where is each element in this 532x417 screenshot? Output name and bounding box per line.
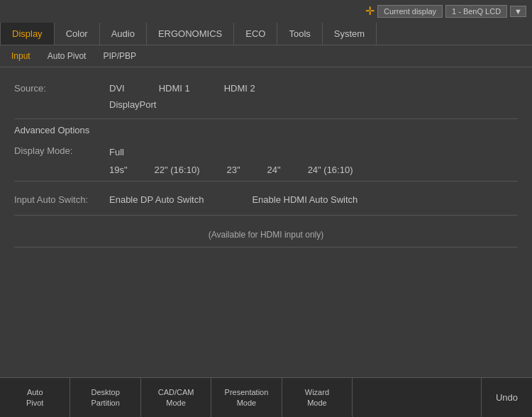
- advanced-section: Advanced Options Display Mode: Full 19s"…: [14, 119, 518, 184]
- sub-nav: Input Auto Pivot PIP/PBP: [0, 45, 532, 67]
- nav-item-ergonomics[interactable]: ERGONOMICS: [147, 23, 234, 45]
- source-hdmi2[interactable]: HDMI 2: [221, 82, 258, 95]
- bottom-desktop-partition[interactable]: Desktop Partition: [70, 378, 140, 417]
- nav-item-display[interactable]: Display: [0, 23, 55, 45]
- close-button[interactable]: ▼: [510, 6, 526, 17]
- display-mode-22[interactable]: 22" (16:10): [152, 163, 203, 177]
- move-icon[interactable]: ✛: [365, 4, 375, 18]
- source-displayport[interactable]: DisplayPort: [106, 98, 159, 111]
- current-display-value: 1 - BenQ LCD: [445, 5, 507, 18]
- enable-hdmi-auto-switch[interactable]: Enable HDMI Auto Switch: [249, 193, 360, 206]
- subnav-pip-pbp[interactable]: PIP/PBP: [100, 50, 139, 62]
- display-mode-23[interactable]: 23": [223, 163, 243, 177]
- source-row1: DVI HDMI 1 HDMI 2: [106, 82, 258, 95]
- bottom-spacer: [353, 378, 481, 417]
- hdmi-note: (Available for HDMI input only): [14, 216, 518, 248]
- top-bar: ✛ Current display 1 - BenQ LCD ▼: [360, 0, 532, 22]
- source-options: DVI HDMI 1 HDMI 2 DisplayPort: [106, 82, 518, 111]
- content-area: Source: DVI HDMI 1 HDMI 2 DisplayPort Ad…: [0, 67, 532, 255]
- bottom-bar: Auto Pivot Desktop Partition CAD/CAM Mod…: [0, 377, 532, 417]
- auto-switch-row: Input Auto Switch: Enable DP Auto Switch…: [14, 184, 518, 216]
- main-nav: Display Color Audio ERGONOMICS ECO Tools…: [0, 23, 532, 45]
- nav-item-eco[interactable]: ECO: [234, 23, 277, 45]
- source-options-list: DVI HDMI 1 HDMI 2 DisplayPort: [106, 82, 258, 111]
- display-mode-24[interactable]: 24": [265, 163, 284, 177]
- source-dvi[interactable]: DVI: [106, 82, 128, 95]
- enable-dp-auto-switch[interactable]: Enable DP Auto Switch: [106, 193, 206, 206]
- source-row2: DisplayPort: [106, 98, 258, 111]
- display-mode-19s[interactable]: 19s": [106, 163, 131, 177]
- display-mode-label: Display Mode:: [14, 145, 106, 156]
- subnav-auto-pivot[interactable]: Auto Pivot: [45, 50, 89, 62]
- bottom-wizard-mode[interactable]: Wizard Mode: [282, 378, 353, 417]
- source-hdmi1[interactable]: HDMI 1: [156, 82, 193, 95]
- subnav-input[interactable]: Input: [9, 50, 33, 62]
- undo-button[interactable]: Undo: [481, 378, 532, 417]
- auto-switch-label: Input Auto Switch:: [14, 194, 106, 205]
- current-display-label: Current display: [377, 5, 443, 18]
- nav-item-tools[interactable]: Tools: [277, 23, 322, 45]
- display-mode-sizes: 19s" 22" (16:10) 23" 24" 24" (16:10): [106, 163, 518, 177]
- display-mode-full: Full: [106, 145, 518, 159]
- display-mode-24-16-10[interactable]: 24" (16:10): [305, 163, 356, 177]
- source-row: Source: DVI HDMI 1 HDMI 2 DisplayPort: [14, 74, 518, 119]
- nav-item-audio[interactable]: Audio: [100, 23, 147, 45]
- bottom-cad-cam-mode[interactable]: CAD/CAM Mode: [141, 378, 211, 417]
- display-mode-row: Display Mode: Full 19s" 22" (16:10) 23" …: [14, 141, 518, 182]
- source-label: Source:: [14, 82, 106, 94]
- bottom-auto-pivot[interactable]: Auto Pivot: [0, 378, 70, 417]
- nav-item-color[interactable]: Color: [55, 23, 100, 45]
- auto-switch-options: Enable DP Auto Switch Enable HDMI Auto S…: [106, 193, 360, 206]
- display-mode-options: Full 19s" 22" (16:10) 23" 24" 24" (16:10…: [106, 145, 518, 177]
- display-mode-full-option[interactable]: Full: [106, 145, 518, 159]
- nav-item-system[interactable]: System: [323, 23, 377, 45]
- advanced-title: Advanced Options: [14, 125, 518, 135]
- bottom-presentation-mode[interactable]: Presentation Mode: [211, 378, 282, 417]
